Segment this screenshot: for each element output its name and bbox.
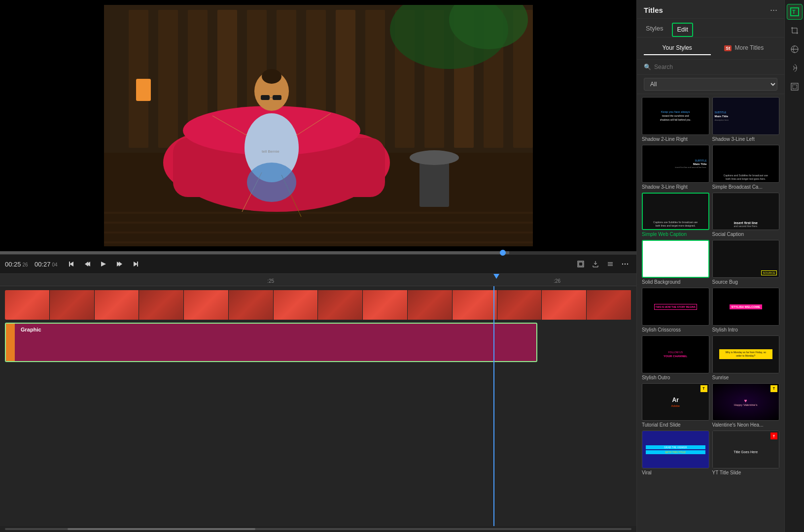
search-input[interactable] — [654, 64, 777, 70]
list-item[interactable]: THIS IS HOW THE STORY BEGINS Stylish Cri… — [642, 288, 709, 332]
title-name: YT Title Slide — [712, 470, 780, 475]
list-item[interactable]: Captions use Subtitles for broadcast use… — [642, 193, 709, 237]
film-frame — [229, 290, 274, 320]
more-options-button[interactable] — [619, 259, 631, 269]
list-item[interactable]: FOLLOW US YOUR CHANNEL Stylish Outro — [642, 335, 709, 380]
crop-button[interactable] — [787, 23, 803, 38]
current-frames: 26 — [23, 262, 28, 267]
go-to-end-button[interactable] — [129, 259, 141, 269]
ruler-mark-26: :26 — [554, 278, 560, 284]
panel-title: Titles — [644, 6, 765, 14]
film-frame — [95, 290, 140, 320]
svg-point-37 — [410, 150, 459, 165]
ruler-mark-25: :25 — [267, 278, 274, 284]
audio-button[interactable] — [787, 60, 803, 76]
list-item[interactable]: insert first line and second line Here. … — [712, 193, 780, 237]
video-track — [5, 290, 631, 320]
filter-row: All Lower Thirds Titles Captions — [637, 75, 784, 94]
title-name: Shadow 3-Line Left — [712, 136, 780, 142]
title-thumbnail — [642, 240, 709, 278]
list-item[interactable]: Title Goes Here T YT Title Slide — [712, 431, 780, 475]
titles-grid: Keep you face always toward the sunshine… — [637, 94, 784, 532]
graphic-track-block[interactable]: Graphic — [5, 323, 537, 362]
main-area: tell Bernie 0 — [0, 0, 804, 532]
svg-rect-53 — [579, 262, 583, 266]
film-frame — [318, 290, 363, 320]
title-name: Valentine's Neon Hea... — [712, 422, 780, 428]
step-back-button[interactable] — [81, 259, 94, 269]
total-frames: 04 — [52, 262, 57, 267]
more-titles-icon: St — [724, 45, 732, 51]
svg-rect-3 — [158, 10, 178, 148]
go-to-start-button[interactable] — [66, 259, 78, 269]
transform-button[interactable] — [787, 79, 803, 95]
title-thumbnail: insert first line and second line Here. — [712, 193, 780, 231]
svg-point-54 — [622, 264, 623, 265]
svg-text:tell Bernie: tell Bernie — [262, 149, 280, 154]
title-thumbnail: Title Goes Here T — [712, 431, 780, 468]
right-toolbar: T — [784, 0, 804, 532]
play-button[interactable] — [97, 259, 110, 269]
film-frame — [363, 290, 408, 320]
scroll-track[interactable] — [5, 528, 631, 530]
list-item[interactable]: Solid Background — [642, 240, 709, 285]
panel-more-button[interactable]: ··· — [770, 5, 777, 15]
list-item[interactable]: SOURCE Source Bug — [712, 240, 780, 285]
title-name: Source Bug — [712, 279, 780, 285]
titles-tool-button[interactable]: T — [787, 4, 803, 20]
tab-edit[interactable]: Edit — [672, 23, 693, 37]
list-item[interactable]: SUBTITLE Main Title description here Sha… — [712, 97, 780, 142]
style-subtabs: Your Styles St More Titles — [637, 37, 784, 60]
subtab-your-styles[interactable]: Your Styles — [644, 41, 711, 55]
svg-point-56 — [627, 264, 628, 265]
title-name: Simple Web Caption — [642, 232, 709, 237]
list-item[interactable]: Keep you face always toward the sunshine… — [642, 97, 709, 142]
filter-select[interactable]: All Lower Thirds Titles Captions — [644, 78, 777, 91]
export-button[interactable] — [589, 259, 602, 269]
film-frame — [408, 290, 453, 320]
title-name: Shadow 3-Line Right — [642, 184, 709, 190]
list-item[interactable]: SUBTITLE Main Title insert first line an… — [642, 145, 709, 190]
progress-bar[interactable] — [0, 251, 636, 254]
list-item[interactable]: Captions and Subtitles for broadcast use… — [712, 145, 780, 190]
title-name: Stylish Crisscross — [642, 327, 709, 332]
resize-button[interactable] — [574, 259, 587, 269]
svg-point-55 — [625, 264, 626, 265]
title-thumbnail: THIS IS HOW THE STORY BEGINS — [642, 288, 709, 326]
title-name: Sunrise — [712, 375, 780, 380]
list-item[interactable]: STYLISH WELCOME Stylish Intro — [712, 288, 780, 332]
list-item[interactable]: GRAB THE VIEWER WITH THIS TITLE! Viral — [642, 431, 709, 475]
yt-badge: T — [770, 432, 777, 439]
effects-button[interactable] — [787, 41, 803, 57]
title-thumbnail: Ar Adobe T — [642, 383, 709, 421]
svg-rect-44 — [69, 262, 70, 266]
more-titles-label: More Titles — [735, 44, 764, 51]
graphic-orange-bar — [6, 324, 15, 361]
film-frame — [139, 290, 184, 320]
title-thumbnail: SUBTITLE Main Title description here — [712, 97, 780, 135]
list-item[interactable]: ♥ Happy Valentine's T Valentine's Neon H… — [712, 383, 780, 428]
svg-rect-40 — [104, 222, 533, 224]
list-item[interactable]: Ar Adobe T Tutorial End Slide — [642, 383, 709, 428]
svg-rect-10 — [365, 10, 385, 148]
film-frame — [184, 290, 229, 320]
svg-rect-39 — [104, 212, 533, 214]
panel-tabs: Styles Edit — [637, 19, 784, 37]
title-name: Viral — [642, 470, 709, 475]
subtab-more-titles[interactable]: St More Titles — [711, 41, 778, 55]
film-frame — [453, 290, 497, 320]
step-forward-button[interactable] — [113, 259, 126, 269]
scroll-thumb — [68, 528, 255, 530]
title-thumbnail: GRAB THE VIEWER WITH THIS TITLE! — [642, 431, 709, 468]
film-frame — [497, 290, 542, 320]
svg-marker-49 — [119, 262, 122, 266]
tab-styles[interactable]: Styles — [644, 23, 665, 37]
search-bar: 🔍 — [637, 60, 784, 75]
list-item[interactable]: Why is Monday so far from Friday, so ord… — [712, 335, 780, 380]
current-time: 00:25 — [5, 261, 21, 268]
svg-rect-27 — [261, 95, 270, 100]
title-thumbnail: Captions and Subtitles for broadcast use… — [712, 145, 780, 183]
titles-panel: Titles ··· Styles Edit Your Styles St Mo… — [636, 0, 784, 532]
settings-button[interactable] — [604, 259, 617, 269]
title-thumbnail: SOURCE — [712, 240, 780, 278]
